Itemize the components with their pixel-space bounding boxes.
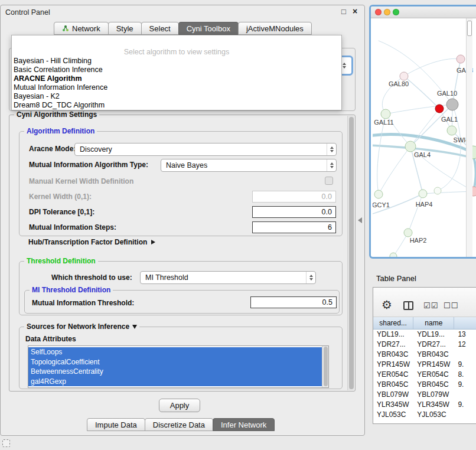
close-icon[interactable]: ×	[353, 6, 357, 16]
network-edge[interactable]	[379, 146, 410, 194]
network-node-gal8[interactable]	[457, 55, 465, 63]
attribute-item-topologicalcoefficient[interactable]: TopologicalCoefficient	[28, 357, 322, 367]
mi-threshold-label: Mutual Information Threshold:	[32, 299, 134, 307]
which-threshold-label: Which threshold to use:	[51, 273, 132, 282]
apply-button[interactable]: Apply	[159, 399, 200, 412]
tab-label: jActiveMNodules	[246, 24, 304, 33]
table-row[interactable]: YBR045CYBR045C9.	[373, 380, 476, 390]
table-cell: YDR27...	[413, 340, 454, 350]
network-node-hap2[interactable]	[404, 229, 412, 237]
window-zoom-button[interactable]	[393, 9, 399, 15]
algorithm-option-basic-correlation-inference[interactable]: Basic Correlation Inference	[12, 66, 341, 74]
window-minimize-button[interactable]	[384, 9, 390, 15]
mi-threshold-field[interactable]	[250, 296, 337, 308]
network-graph[interactable]: GAL8GAL80GAL10GAL11GAL1SWI4GAL4GCY1HAP4Y…	[373, 20, 476, 259]
network-node-gal80[interactable]	[400, 72, 408, 80]
scrollbar-thumb[interactable]	[467, 21, 472, 36]
attribute-item-betweennesscentrality[interactable]: BetweennessCentrality	[28, 367, 322, 377]
table-cell: YER054C	[413, 370, 454, 380]
scrollbar-thumb[interactable]	[349, 117, 354, 389]
tab-cyni-toolbox[interactable]: Cyni Toolbox	[178, 22, 239, 35]
kernel-width-label: Kernel Width (0,1):	[29, 193, 92, 201]
aracne-mode-select[interactable]: Discovery	[74, 143, 337, 156]
attribute-item-selfloops[interactable]: SelfLoops	[28, 347, 322, 357]
table-row[interactable]: YBL079WYBL079W	[373, 390, 476, 400]
table-row[interactable]: YPR145WYPR145W9.	[373, 360, 476, 370]
splitter-collapse-icon[interactable]	[358, 217, 362, 223]
network-edge[interactable]	[404, 76, 439, 109]
column-header-name[interactable]: name	[413, 317, 454, 329]
tab-infer-network[interactable]: Infer Network	[213, 418, 275, 431]
mi-steps-field[interactable]	[252, 221, 336, 233]
corner-grip-icon[interactable]	[2, 439, 10, 447]
mi-algorithm-type-select[interactable]: Naive Bayes	[161, 159, 337, 172]
node-label-gcy1: GCY1	[373, 201, 390, 208]
algorithm-option-bayesian-k2[interactable]: Bayesian - K2	[12, 92, 341, 101]
algorithm-option-bayesian-hill-climbing[interactable]: Bayesian - Hill Climbing	[12, 57, 341, 66]
table-row[interactable]: YER054CYER054C8.	[373, 370, 476, 380]
algorithm-option-mutual-information-inference[interactable]: Mutual Information Inference	[12, 83, 341, 92]
table-row[interactable]: YDR27...YDR27...12	[373, 340, 476, 350]
network-edge[interactable]	[473, 155, 476, 190]
float-window-icon[interactable]: □	[341, 7, 346, 16]
data-attributes-label: Data Attributes	[25, 335, 76, 343]
column-header-shared[interactable]: shared...	[373, 317, 413, 329]
tab-label: Select	[149, 24, 171, 33]
table-row[interactable]: YJL053CYJL053C	[373, 410, 476, 420]
tab-jactivemnodules[interactable]: jActiveMNodules	[238, 22, 312, 35]
hub-definition-section[interactable]: Hub/Transcription Factor Definition	[28, 238, 155, 246]
settings-scrollbar[interactable]	[347, 116, 354, 390]
attribute-item-gal4rgexp[interactable]: gal4RGexp	[28, 377, 322, 387]
dpi-tolerance-field[interactable]	[252, 206, 336, 218]
network-node-hap4[interactable]	[419, 190, 427, 198]
column-header-extra[interactable]	[454, 317, 476, 329]
table-row[interactable]: YDL19...YDL19...13	[373, 330, 476, 340]
attributes-scrollbar[interactable]	[322, 346, 328, 387]
tab-network[interactable]: Network	[54, 22, 109, 35]
tab-select[interactable]: Select	[141, 22, 179, 35]
algorithm-option-aracne-algorithm[interactable]: ARACNE Algorithm	[12, 74, 341, 83]
combo-stepper-icon	[327, 159, 336, 171]
gear-icon[interactable]: ⚙	[382, 299, 392, 311]
network-node-red-node[interactable]	[435, 105, 444, 113]
deselect-all-icon[interactable]: ☐☐	[444, 301, 458, 310]
table-cell: YPR145W	[413, 360, 454, 370]
desktop: Control Panel □ × NetworkStyleSelectCyni…	[0, 0, 476, 450]
node-label-hap2: HAP2	[410, 237, 427, 244]
network-node-gal11[interactable]	[381, 109, 390, 119]
select-all-icon[interactable]: ☑☑	[423, 301, 438, 310]
which-threshold-select[interactable]: MI Threshold	[140, 271, 316, 284]
network-node-gcy1[interactable]	[374, 190, 383, 198]
manual-kernel-checkbox[interactable]	[325, 177, 333, 185]
table-cell: 9.	[454, 360, 476, 370]
tab-style[interactable]: Style	[108, 22, 142, 35]
network-node-gal4[interactable]	[405, 141, 416, 152]
column-chooser-icon[interactable]	[403, 301, 413, 310]
hub-definition-label: Hub/Transcription Factor Definition	[28, 238, 147, 246]
sources-title-label: Sources for Network Inference	[27, 322, 129, 331]
network-window-titlebar[interactable]	[371, 6, 476, 18]
algorithm-option-dream8-dc-tdc-algorithm[interactable]: Dream8 DC_TDC Algorithm	[12, 101, 341, 110]
mi-algorithm-type-value: Naive Bayes	[166, 161, 207, 169]
sources-title[interactable]: Sources for Network Inference	[24, 322, 139, 331]
table-row[interactable]: YBR043CYBR043C	[373, 350, 476, 360]
window-close-button[interactable]	[375, 9, 382, 15]
network-edge[interactable]	[377, 114, 386, 194]
network-scrollbar[interactable]	[466, 18, 472, 257]
tab-label: Cyni Toolbox	[187, 24, 230, 33]
table-cell: YBR043C	[413, 350, 454, 360]
tab-discretize-data[interactable]: Discretize Data	[145, 418, 213, 431]
network-view-window: GAL8GAL80GAL10GAL11GAL1SWI4GAL4GCY1HAP4Y…	[369, 5, 476, 259]
network-node-gal10[interactable]	[446, 99, 458, 110]
tab-impute-data[interactable]: Impute Data	[87, 418, 145, 431]
kernel-width-field[interactable]	[252, 191, 336, 203]
dpi-tolerance-label: DPI Tolerance [0,1]:	[29, 208, 94, 216]
cyni-mode-tabs: Impute DataDiscretize DataInfer Network	[87, 418, 274, 431]
network-node-gal1[interactable]	[447, 126, 457, 135]
scrollbar-thumb[interactable]	[324, 347, 328, 386]
network-edge[interactable]	[452, 59, 461, 105]
table-row[interactable]: YLR345WYLR345W9.	[373, 400, 476, 410]
network-node-small-node[interactable]	[390, 253, 397, 259]
network-node-white-node[interactable]	[434, 187, 441, 194]
sources-group: Sources for Network Inference Data Attri…	[19, 327, 343, 389]
